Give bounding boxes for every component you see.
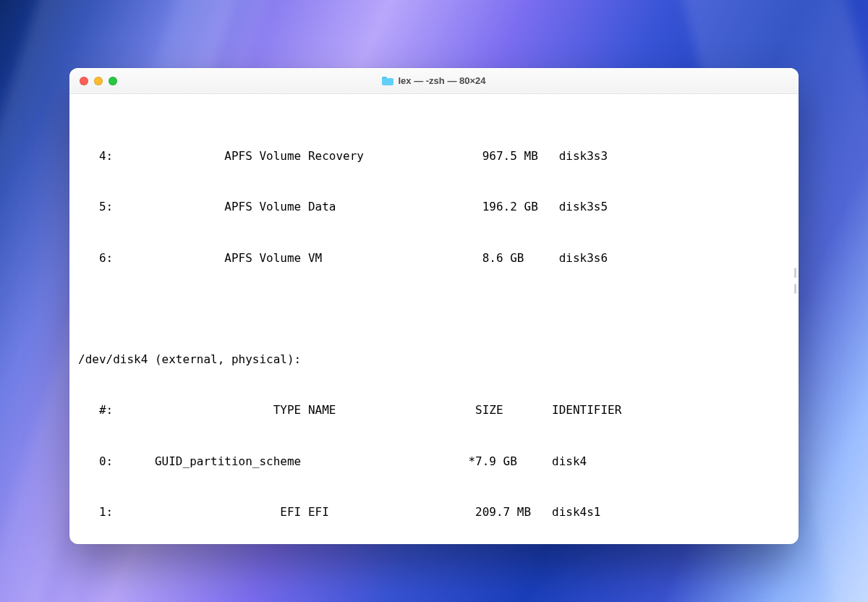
terminal-line: #: TYPE NAME SIZE IDENTIFIER	[78, 402, 790, 418]
window-titlebar: lex — -zsh — 80×24	[69, 68, 799, 94]
scrollbar-mark	[794, 268, 796, 278]
window-title-text: lex — -zsh — 80×24	[398, 75, 485, 86]
close-button[interactable]	[80, 77, 88, 85]
window-controls	[69, 77, 117, 85]
terminal-line: 1: EFI EFI 209.7 MB disk4s1	[78, 504, 790, 520]
terminal-content[interactable]: 4: APFS Volume Recovery 967.5 MB disk3s3…	[69, 94, 799, 544]
window-title: lex — -zsh — 80×24	[69, 75, 799, 86]
zoom-button[interactable]	[109, 77, 117, 85]
terminal-line	[78, 300, 790, 317]
terminal-window: lex — -zsh — 80×24 4: APFS Volume Recove…	[69, 68, 799, 544]
folder-icon	[382, 77, 393, 85]
terminal-line: 5: APFS Volume Data 196.2 GB disk3s5	[78, 198, 790, 215]
terminal-line: 0: GUID_partition_scheme *7.9 GB disk4	[78, 453, 790, 470]
terminal-line: 4: APFS Volume Recovery 967.5 MB disk3s3	[78, 148, 790, 164]
minimize-button[interactable]	[94, 77, 103, 85]
terminal-line: /dev/disk4 (external, physical):	[78, 351, 790, 368]
terminal-line: 6: APFS Volume VM 8.6 GB disk3s6	[78, 250, 790, 266]
scrollbar-mark	[794, 284, 796, 294]
